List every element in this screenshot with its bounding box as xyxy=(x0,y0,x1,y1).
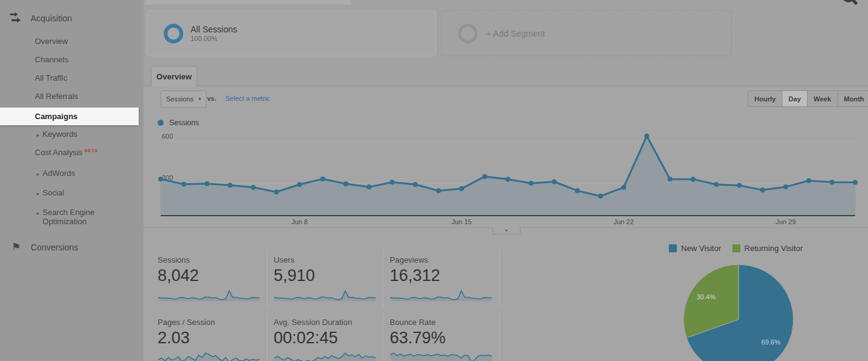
column-divider xyxy=(383,313,384,361)
segment-ring-icon xyxy=(458,24,478,43)
segment-card-all-sessions[interactable]: All Sessions 100.00% xyxy=(147,10,436,56)
users-sparkline xyxy=(274,288,376,302)
collapse-chart-handle[interactable]: ▾ xyxy=(492,227,520,235)
metric-label: Sessions xyxy=(158,255,263,264)
sessions-sparkline xyxy=(158,288,260,302)
pie-legend: New Visitor Returning Visitor xyxy=(669,244,803,253)
sidebar-acquisition-label: Acquisition xyxy=(31,13,72,23)
sidebar-item-all-traffic[interactable]: All Traffic xyxy=(35,73,67,82)
add-segment-label: + Add Segment xyxy=(486,29,545,38)
sidebar-item-cost-analysis[interactable]: Cost AnalysisBETA xyxy=(35,148,98,157)
metric-card-users: Users 5,910 xyxy=(274,255,379,302)
chevron-right-icon: ▸ xyxy=(37,209,40,218)
metric-card-pageviews: Pageviews 16,312 xyxy=(390,255,495,302)
new-visitor-swatch xyxy=(669,244,677,252)
acquisition-arrows-icon xyxy=(9,12,22,24)
sessions-legend-dot xyxy=(158,120,164,126)
sidebar-item-adwords[interactable]: ▸ AdWords xyxy=(37,169,133,179)
metric-card-avg-session-duration: Avg. Session Duration 00:02:45 xyxy=(274,318,379,361)
metric-value: 63.79% xyxy=(390,329,495,348)
pages-session-sparkline xyxy=(158,350,260,361)
sidebar-item-all-referrals[interactable]: All Referrals xyxy=(35,92,78,101)
select-a-metric-link[interactable]: Select a metric xyxy=(225,95,270,102)
flag-icon: ⚑ xyxy=(12,241,21,253)
avg-duration-sparkline xyxy=(274,350,376,361)
search-icon[interactable] xyxy=(836,0,863,10)
chevron-down-icon: ▾ xyxy=(199,96,202,102)
metric-value: 5,910 xyxy=(274,266,379,285)
hourly-button[interactable]: Hourly xyxy=(748,90,782,107)
svg-text:69.6%: 69.6% xyxy=(761,338,780,346)
sidebar-section-acquisition[interactable]: Acquisition xyxy=(9,12,72,24)
sidebar-item-channels[interactable]: Channels xyxy=(35,55,68,64)
metric-label: Pages / Session xyxy=(158,318,263,327)
column-divider xyxy=(499,249,500,307)
metric-card-sessions: Sessions 8,042 xyxy=(158,255,263,302)
day-button[interactable]: Day xyxy=(782,90,808,107)
column-divider xyxy=(267,249,268,307)
sidebar-item-campaigns[interactable]: Campaigns xyxy=(0,108,139,125)
sessions-line-chart: 300600Jun 8Jun 15Jun 22Jun 29 xyxy=(144,128,868,232)
sidebar-item-social[interactable]: ▸ Social xyxy=(37,188,133,199)
metric-value: 8,042 xyxy=(158,266,263,285)
svg-text:600: 600 xyxy=(162,133,173,140)
sidebar-section-conversions[interactable]: ⚑ Conversions xyxy=(10,241,78,253)
segment-percent: 100.00% xyxy=(191,35,237,42)
toolbar-remnant xyxy=(145,0,351,5)
vs-label: vs. xyxy=(207,95,216,102)
metric-label: Users xyxy=(274,255,379,264)
pageviews-sparkline xyxy=(390,288,492,302)
chevron-down-icon: ▾ xyxy=(505,228,508,233)
sessions-legend-label: Sessions xyxy=(169,119,199,127)
metric-card-pages-per-session: Pages / Session 2.03 xyxy=(158,318,263,361)
column-divider xyxy=(267,313,268,361)
metric-label: Bounce Rate xyxy=(390,318,495,327)
sidebar-item-seo[interactable]: ▸ Search Engine Optimization xyxy=(37,208,133,226)
metric-select-dropdown[interactable]: Sessions ▾ xyxy=(161,90,206,108)
metric-label: Pageviews xyxy=(390,255,495,264)
sidebar: Acquisition Overview Channels All Traffi… xyxy=(0,0,144,361)
segment-title: All Sessions xyxy=(191,24,237,35)
chevron-right-icon: ▸ xyxy=(37,131,40,140)
sidebar-item-overview[interactable]: Overview xyxy=(35,37,68,46)
chevron-right-icon: ▸ xyxy=(37,170,40,179)
svg-text:Jun 22: Jun 22 xyxy=(613,218,633,225)
column-divider xyxy=(383,249,384,307)
beta-badge: BETA xyxy=(84,148,98,153)
metric-value: 00:02:45 xyxy=(274,329,379,348)
bounce-rate-sparkline xyxy=(390,350,492,361)
add-segment-button[interactable]: + Add Segment xyxy=(441,10,732,56)
sidebar-conversions-label: Conversions xyxy=(31,242,78,252)
month-button[interactable]: Month xyxy=(837,90,868,107)
week-button[interactable]: Week xyxy=(807,90,838,107)
metric-label: Avg. Session Duration xyxy=(274,318,379,327)
tab-overview[interactable]: Overview xyxy=(151,66,197,87)
segment-ring-icon xyxy=(164,24,183,43)
svg-text:Jun 29: Jun 29 xyxy=(776,218,796,225)
visitor-pie-chart: 69.6%30.4% xyxy=(683,264,794,361)
chart-legend: Sessions xyxy=(158,119,199,127)
svg-text:30.4%: 30.4% xyxy=(696,293,715,301)
column-divider xyxy=(499,313,500,361)
svg-text:Jun 15: Jun 15 xyxy=(451,218,472,225)
metric-value: 16,312 xyxy=(390,266,495,285)
svg-text:Jun 8: Jun 8 xyxy=(291,218,308,225)
analytics-screen: Acquisition Overview Channels All Traffi… xyxy=(0,0,868,361)
legend-item-new-visitor: New Visitor xyxy=(669,244,721,253)
legend-item-returning-visitor: Returning Visitor xyxy=(732,244,803,253)
returning-visitor-swatch xyxy=(732,244,740,252)
chevron-right-icon: ▸ xyxy=(37,189,40,199)
sidebar-item-keywords[interactable]: ▸ Keywords xyxy=(37,129,133,140)
granularity-button-group: Hourly Day Week Month xyxy=(748,90,868,107)
metric-card-bounce-rate: Bounce Rate 63.79% xyxy=(390,318,495,361)
metric-value: 2.03 xyxy=(158,329,263,348)
